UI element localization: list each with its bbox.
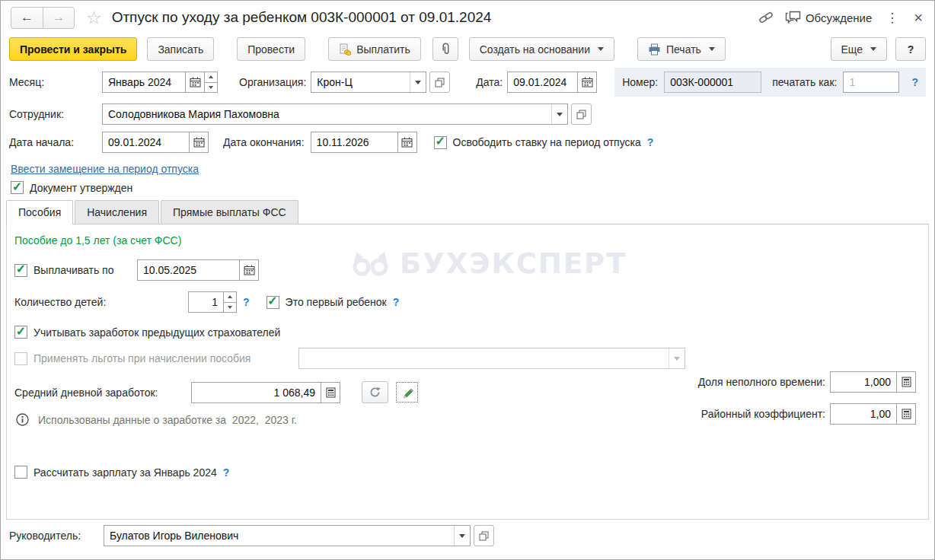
calc-salary-help[interactable]: ?: [223, 466, 230, 479]
back-button[interactable]: ←: [11, 8, 43, 28]
pencil-icon: [401, 387, 413, 399]
first-child-checkbox[interactable]: [266, 296, 279, 309]
manager-open-button[interactable]: [474, 525, 494, 546]
dropdown-caret-icon[interactable]: [454, 526, 470, 546]
part-time-share-field[interactable]: 1,000: [830, 371, 916, 393]
organization-open-button[interactable]: [429, 72, 450, 93]
attachments-button[interactable]: [432, 37, 458, 61]
pay-document-coins-icon: [339, 43, 351, 56]
create-based-on-button[interactable]: Создать на основании: [469, 37, 614, 61]
organization-value: Крон-Ц: [311, 72, 410, 92]
pay-button-label: Выплатить: [356, 43, 410, 56]
date-start-field[interactable]: 09.01.2024: [102, 132, 209, 153]
close-icon[interactable]: ×: [912, 9, 924, 27]
calculator-icon[interactable]: [896, 404, 915, 424]
date-end-field[interactable]: 10.11.2026: [311, 132, 417, 153]
earnings-note-text: Использованы данные о заработке за 2022,…: [38, 414, 297, 426]
print-as-field[interactable]: 1: [843, 72, 899, 93]
employee-value: Солодовникова Мария Пахомовна: [103, 104, 551, 124]
discussion-label: Обсуждение: [806, 11, 872, 24]
pay-button[interactable]: Выплатить: [328, 37, 421, 61]
children-count-label: Количество детей:: [14, 296, 188, 308]
approved-checkbox[interactable]: [11, 181, 24, 194]
get-link-button[interactable]: [758, 10, 774, 25]
post-and-close-button[interactable]: Провести и закрыть: [9, 37, 137, 61]
tab-fss-direct-payments[interactable]: Прямые выплаты ФСС: [161, 200, 298, 224]
calendar-icon[interactable]: [189, 132, 208, 152]
calendar-icon[interactable]: [577, 72, 596, 92]
printer-icon: [648, 43, 661, 56]
calendar-icon[interactable]: [185, 72, 204, 92]
document-form: Месяц: Январь 2024 Организация: Крон-Ц Д…: [0, 68, 935, 194]
month-field[interactable]: Январь 2024: [102, 72, 218, 93]
release-rate-help[interactable]: ?: [647, 136, 654, 148]
row-district-coefficient: Районный коэффициент: 1,00: [698, 403, 916, 425]
district-coefficient-field[interactable]: 1,00: [830, 403, 916, 425]
apply-privileges-checkbox[interactable]: [14, 352, 27, 365]
dropdown-caret-icon[interactable]: [551, 104, 567, 124]
row-prior-insurers: Учитывать заработок предыдущих страховат…: [14, 326, 928, 339]
calendar-icon[interactable]: [397, 132, 416, 152]
manager-combo[interactable]: Булатов Игорь Виленович: [104, 525, 471, 546]
calculator-icon[interactable]: [321, 383, 340, 402]
print-as-label: печатать как:: [772, 76, 837, 88]
calculator-icon[interactable]: [896, 372, 915, 392]
employee-label: Сотрудник:: [9, 108, 102, 120]
calc-salary-checkbox[interactable]: [14, 466, 27, 479]
prior-insurers-label: Учитывать заработок предыдущих страховат…: [34, 326, 280, 339]
substitution-link[interactable]: Ввести замещение на период отпуска: [11, 163, 199, 175]
favorite-star-icon[interactable]: ☆: [86, 9, 102, 27]
avg-earnings-field[interactable]: 1 068,49: [191, 382, 340, 403]
caret-down-icon: [598, 47, 604, 51]
tab-accruals[interactable]: Начисления: [75, 200, 159, 224]
tab-benefits[interactable]: Пособия: [6, 200, 73, 224]
row-substitution: Ввести замещение на период отпуска: [11, 163, 926, 175]
prior-insurers-checkbox[interactable]: [14, 326, 27, 339]
spin-down-icon[interactable]: [224, 302, 236, 313]
children-count-field[interactable]: 1: [188, 291, 237, 313]
calendar-icon[interactable]: [239, 260, 258, 280]
more-actions-button[interactable]: Еще: [831, 37, 888, 61]
print-button-label: Печать: [666, 43, 701, 56]
recalculate-button[interactable]: [362, 381, 388, 403]
employee-open-button[interactable]: [571, 103, 592, 125]
more-menu-icon[interactable]: ⋮: [883, 10, 901, 26]
spin-up-icon[interactable]: [224, 292, 236, 302]
date-label: Дата:: [476, 76, 503, 88]
help-button[interactable]: ?: [895, 37, 926, 61]
caret-down-icon: [709, 47, 715, 51]
month-label: Месяц:: [9, 76, 102, 88]
post-button[interactable]: Провести: [237, 37, 305, 61]
open-form-icon: [479, 531, 489, 541]
organization-combo[interactable]: Крон-Ц: [311, 72, 426, 93]
nav-history-group: ← →: [11, 7, 75, 29]
row-dates: Дата начала: 09.01.2024 Дата окончания: …: [9, 132, 926, 153]
spin-down-icon[interactable]: [205, 82, 217, 93]
employee-combo[interactable]: Солодовникова Мария Пахомовна: [102, 103, 568, 125]
pay-until-field[interactable]: 10.05.2025: [137, 259, 259, 281]
print-as-help[interactable]: ?: [911, 76, 918, 88]
dropdown-caret-icon[interactable]: [410, 72, 426, 92]
row-part-time-share: Доля неполного времени: 1,000: [698, 371, 916, 393]
footer-row: Руководитель: Булатов Игорь Виленович: [0, 520, 935, 546]
forward-button[interactable]: →: [43, 8, 74, 28]
save-button[interactable]: Записать: [147, 37, 214, 61]
coefficients-column: Доля неполного времени: 1,000 Районный к…: [698, 371, 916, 425]
page-title: Отпуск по уходу за ребенком 003К-000001 …: [112, 9, 492, 26]
edit-earnings-button[interactable]: [396, 382, 418, 402]
create-based-on-label: Создать на основании: [480, 43, 590, 56]
row-children-count: Количество детей: 1 ? Это первый ребенок…: [14, 291, 928, 313]
month-spinner: [204, 72, 217, 92]
children-count-value: 1: [189, 292, 223, 312]
date-field[interactable]: 09.01.2024: [507, 72, 597, 93]
first-child-help[interactable]: ?: [393, 296, 400, 308]
print-button[interactable]: Печать: [637, 37, 726, 61]
avg-earnings-label: Средний дневной заработок:: [14, 387, 191, 399]
spin-up-icon[interactable]: [205, 72, 217, 82]
number-label: Номер:: [622, 76, 658, 88]
children-count-help[interactable]: ?: [243, 296, 250, 308]
pay-until-checkbox[interactable]: [14, 264, 27, 277]
dropdown-caret-icon: [669, 348, 684, 368]
discussion-button[interactable]: Обсуждение: [785, 11, 872, 24]
release-rate-checkbox[interactable]: [434, 136, 447, 149]
